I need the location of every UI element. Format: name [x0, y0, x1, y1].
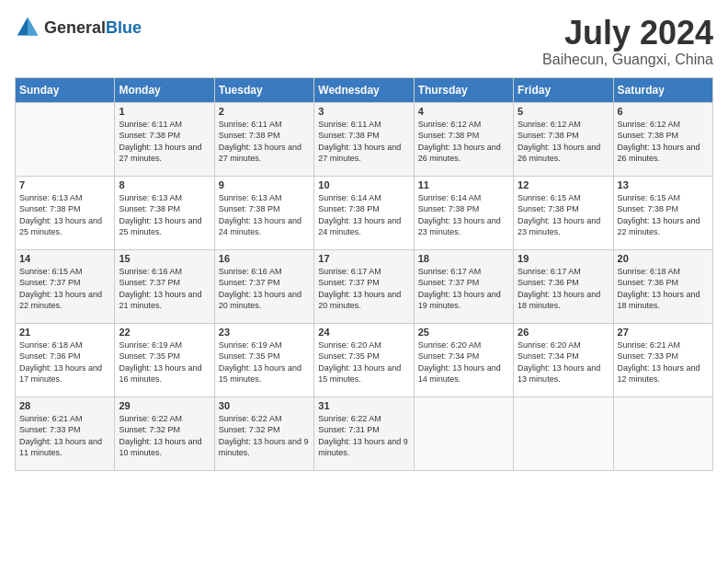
day-number: 30: [219, 400, 310, 411]
calendar-cell: 6Sunrise: 6:12 AMSunset: 7:38 PMDaylight…: [613, 102, 712, 176]
day-info: Sunrise: 6:17 AMSunset: 7:37 PMDaylight:…: [318, 266, 409, 312]
calendar-cell: [514, 396, 613, 470]
day-number: 21: [19, 327, 110, 338]
calendar-cell: 29Sunrise: 6:22 AMSunset: 7:32 PMDayligh…: [115, 396, 214, 470]
day-number: 16: [219, 253, 310, 264]
day-number: 18: [418, 253, 509, 264]
day-info: Sunrise: 6:13 AMSunset: 7:38 PMDaylight:…: [19, 192, 110, 238]
day-number: 3: [318, 106, 409, 117]
day-info: Sunrise: 6:13 AMSunset: 7:38 PMDaylight:…: [219, 192, 310, 238]
day-info: Sunrise: 6:21 AMSunset: 7:33 PMDaylight:…: [618, 339, 709, 385]
calendar-cell: 31Sunrise: 6:22 AMSunset: 7:31 PMDayligh…: [314, 396, 414, 470]
day-info: Sunrise: 6:15 AMSunset: 7:38 PMDaylight:…: [618, 192, 709, 238]
calendar-cell: 8Sunrise: 6:13 AMSunset: 7:38 PMDaylight…: [115, 176, 214, 249]
calendar-cell: 16Sunrise: 6:16 AMSunset: 7:37 PMDayligh…: [214, 249, 313, 323]
day-info: Sunrise: 6:20 AMSunset: 7:34 PMDaylight:…: [418, 339, 509, 385]
day-info: Sunrise: 6:18 AMSunset: 7:36 PMDaylight:…: [19, 339, 110, 385]
day-number: 17: [318, 253, 409, 264]
weekday-header: Thursday: [414, 77, 513, 102]
weekday-header: Monday: [115, 77, 214, 102]
calendar-cell: 15Sunrise: 6:16 AMSunset: 7:37 PMDayligh…: [115, 249, 214, 323]
calendar-cell: 10Sunrise: 6:14 AMSunset: 7:38 PMDayligh…: [314, 176, 414, 249]
calendar-cell: 17Sunrise: 6:17 AMSunset: 7:37 PMDayligh…: [314, 249, 414, 323]
page-header: GeneralBlue July 2024 Baihecun, Guangxi,…: [15, 15, 713, 68]
calendar-cell: [16, 102, 115, 176]
calendar-cell: 23Sunrise: 6:19 AMSunset: 7:35 PMDayligh…: [214, 323, 313, 396]
logo-blue: Blue: [106, 18, 142, 37]
day-number: 10: [318, 179, 409, 190]
day-info: Sunrise: 6:12 AMSunset: 7:38 PMDaylight:…: [618, 119, 709, 165]
weekday-header: Wednesday: [314, 77, 414, 102]
calendar-week-row: 28Sunrise: 6:21 AMSunset: 7:33 PMDayligh…: [16, 396, 713, 470]
day-info: Sunrise: 6:12 AMSunset: 7:38 PMDaylight:…: [418, 119, 509, 165]
day-info: Sunrise: 6:15 AMSunset: 7:37 PMDaylight:…: [19, 266, 110, 312]
logo-icon: [15, 15, 40, 40]
day-number: 4: [418, 106, 509, 117]
calendar-cell: 19Sunrise: 6:17 AMSunset: 7:36 PMDayligh…: [514, 249, 613, 323]
calendar-week-row: 1Sunrise: 6:11 AMSunset: 7:38 PMDaylight…: [16, 102, 713, 176]
day-number: 27: [618, 327, 709, 338]
weekday-header: Saturday: [613, 77, 712, 102]
day-info: Sunrise: 6:21 AMSunset: 7:33 PMDaylight:…: [19, 413, 110, 459]
weekday-header: Sunday: [16, 77, 115, 102]
day-info: Sunrise: 6:14 AMSunset: 7:38 PMDaylight:…: [418, 192, 509, 238]
day-number: 8: [119, 179, 210, 190]
calendar-cell: 18Sunrise: 6:17 AMSunset: 7:37 PMDayligh…: [414, 249, 513, 323]
calendar-cell: 3Sunrise: 6:11 AMSunset: 7:38 PMDaylight…: [314, 102, 414, 176]
day-info: Sunrise: 6:22 AMSunset: 7:32 PMDaylight:…: [119, 413, 210, 459]
calendar-cell: 30Sunrise: 6:22 AMSunset: 7:32 PMDayligh…: [214, 396, 313, 470]
day-number: 24: [318, 327, 409, 338]
day-number: 14: [19, 253, 110, 264]
calendar-cell: 20Sunrise: 6:18 AMSunset: 7:36 PMDayligh…: [613, 249, 712, 323]
logo: GeneralBlue: [15, 15, 142, 40]
calendar-week-row: 21Sunrise: 6:18 AMSunset: 7:36 PMDayligh…: [16, 323, 713, 396]
day-info: Sunrise: 6:20 AMSunset: 7:35 PMDaylight:…: [318, 339, 409, 385]
calendar-cell: 14Sunrise: 6:15 AMSunset: 7:37 PMDayligh…: [16, 249, 115, 323]
title-area: July 2024 Baihecun, Guangxi, China: [542, 15, 713, 68]
day-info: Sunrise: 6:14 AMSunset: 7:38 PMDaylight:…: [318, 192, 409, 238]
day-info: Sunrise: 6:15 AMSunset: 7:38 PMDaylight:…: [518, 192, 609, 238]
day-info: Sunrise: 6:19 AMSunset: 7:35 PMDaylight:…: [119, 339, 210, 385]
day-info: Sunrise: 6:20 AMSunset: 7:34 PMDaylight:…: [518, 339, 609, 385]
weekday-header: Friday: [514, 77, 613, 102]
weekday-header-row: SundayMondayTuesdayWednesdayThursdayFrid…: [16, 77, 713, 102]
day-number: 28: [19, 400, 110, 411]
calendar-cell: 22Sunrise: 6:19 AMSunset: 7:35 PMDayligh…: [115, 323, 214, 396]
day-info: Sunrise: 6:11 AMSunset: 7:38 PMDaylight:…: [318, 119, 409, 165]
day-info: Sunrise: 6:17 AMSunset: 7:37 PMDaylight:…: [418, 266, 509, 312]
weekday-header: Tuesday: [214, 77, 313, 102]
calendar-cell: 25Sunrise: 6:20 AMSunset: 7:34 PMDayligh…: [414, 323, 513, 396]
calendar-table: SundayMondayTuesdayWednesdayThursdayFrid…: [15, 77, 713, 471]
day-number: 9: [219, 179, 310, 190]
calendar-cell: 26Sunrise: 6:20 AMSunset: 7:34 PMDayligh…: [514, 323, 613, 396]
day-number: 20: [618, 253, 709, 264]
day-info: Sunrise: 6:22 AMSunset: 7:31 PMDaylight:…: [318, 413, 409, 459]
calendar-week-row: 7Sunrise: 6:13 AMSunset: 7:38 PMDaylight…: [16, 176, 713, 249]
day-info: Sunrise: 6:11 AMSunset: 7:38 PMDaylight:…: [119, 119, 210, 165]
day-info: Sunrise: 6:17 AMSunset: 7:36 PMDaylight:…: [518, 266, 609, 312]
day-number: 23: [219, 327, 310, 338]
day-number: 26: [518, 327, 609, 338]
calendar-cell: 4Sunrise: 6:12 AMSunset: 7:38 PMDaylight…: [414, 102, 513, 176]
day-number: 31: [318, 400, 409, 411]
day-number: 5: [518, 106, 609, 117]
day-info: Sunrise: 6:16 AMSunset: 7:37 PMDaylight:…: [119, 266, 210, 312]
calendar-week-row: 14Sunrise: 6:15 AMSunset: 7:37 PMDayligh…: [16, 249, 713, 323]
calendar-cell: 11Sunrise: 6:14 AMSunset: 7:38 PMDayligh…: [414, 176, 513, 249]
day-number: 2: [219, 106, 310, 117]
month-year-title: July 2024: [542, 15, 713, 52]
day-number: 12: [518, 179, 609, 190]
svg-marker-1: [28, 17, 38, 36]
location-title: Baihecun, Guangxi, China: [542, 52, 713, 68]
day-info: Sunrise: 6:22 AMSunset: 7:32 PMDaylight:…: [219, 413, 310, 459]
day-number: 25: [418, 327, 509, 338]
calendar-cell: 28Sunrise: 6:21 AMSunset: 7:33 PMDayligh…: [16, 396, 115, 470]
calendar-cell: 2Sunrise: 6:11 AMSunset: 7:38 PMDaylight…: [214, 102, 313, 176]
calendar-cell: 1Sunrise: 6:11 AMSunset: 7:38 PMDaylight…: [115, 102, 214, 176]
calendar-cell: 5Sunrise: 6:12 AMSunset: 7:38 PMDaylight…: [514, 102, 613, 176]
calendar-cell: 7Sunrise: 6:13 AMSunset: 7:38 PMDaylight…: [16, 176, 115, 249]
calendar-cell: 21Sunrise: 6:18 AMSunset: 7:36 PMDayligh…: [16, 323, 115, 396]
day-info: Sunrise: 6:13 AMSunset: 7:38 PMDaylight:…: [119, 192, 210, 238]
calendar-cell: 12Sunrise: 6:15 AMSunset: 7:38 PMDayligh…: [514, 176, 613, 249]
logo-text: GeneralBlue: [44, 18, 142, 38]
